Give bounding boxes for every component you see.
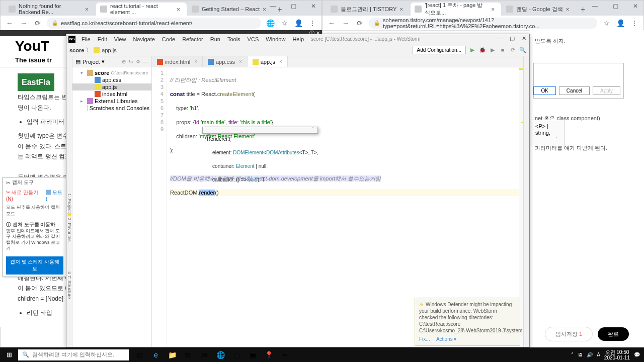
debug-icon[interactable]: 🐞 <box>479 47 486 54</box>
favorites-strip[interactable]: ⭐ 2: Favorites <box>66 211 72 242</box>
tab-3[interactable]: Getting Started – React× <box>188 3 273 16</box>
mode-button[interactable]: ▦ 모드( <box>46 189 63 202</box>
back-button[interactable]: ← <box>5 19 15 27</box>
terminal-icon[interactable]: ▢ <box>228 347 245 362</box>
new-tab-button[interactable]: + <box>577 4 589 16</box>
notifications-icon[interactable]: 💬 <box>634 352 640 357</box>
editor-tab-js[interactable]: app.js× <box>248 56 288 67</box>
taskbar-search[interactable]: 🔍 검색하려면 여기에 입력하십시오. <box>18 349 129 360</box>
url-field[interactable]: 🔒soheemon.tistory.com/manage/newpost/141… <box>369 18 597 29</box>
pin-icon[interactable]: 📍 <box>261 347 277 362</box>
settings-icon[interactable]: ⊕ <box>122 59 126 64</box>
structure-strip[interactable]: ≡ 7: Structure <box>66 272 72 299</box>
coverage-icon[interactable]: ▶ <box>489 47 496 54</box>
editor-tab-html[interactable]: index.html× <box>152 56 203 67</box>
reload-button[interactable]: ⟳ <box>33 19 43 27</box>
actions-link[interactable]: Actions ▾ <box>436 336 457 342</box>
explorer-icon[interactable]: 📁 <box>164 347 180 362</box>
gear-icon[interactable]: ⚙ <box>136 59 140 64</box>
close-icon[interactable]: × <box>85 6 91 12</box>
publish-button[interactable]: 완료 <box>598 327 629 341</box>
menu-edit[interactable]: Edit <box>95 35 110 43</box>
edge-icon[interactable]: e <box>148 347 164 362</box>
maximize-button[interactable]: ▢ <box>609 3 621 10</box>
menu-icon[interactable]: ⋮ <box>307 19 317 27</box>
profile-icon[interactable]: 👤 <box>293 19 303 27</box>
try-snip-button[interactable]: 캡처 및 스케치 사용해 보 <box>6 256 63 275</box>
start-button[interactable]: ⊞ <box>0 347 18 362</box>
minimize-button[interactable]: — <box>589 3 601 10</box>
menu-vcs[interactable]: VCS <box>245 35 262 43</box>
completion-popup[interactable]: Renderer.( element: DOMElement<DOMAttrib… <box>202 127 318 134</box>
star-icon[interactable]: ☆ <box>601 19 611 27</box>
maximize-button[interactable]: ▢ <box>287 3 299 10</box>
clock[interactable]: 오전 10:50 2020-01-11 <box>604 349 630 360</box>
back-button[interactable]: ← <box>327 19 337 27</box>
update-icon[interactable]: ⟳ <box>509 47 516 54</box>
more-icon[interactable]: ⋮ <box>310 126 315 132</box>
star-icon[interactable]: ☆ <box>279 19 289 27</box>
ok-button[interactable]: OK <box>533 86 555 95</box>
store-icon[interactable]: 🛍 <box>180 347 196 362</box>
menu-code[interactable]: Code <box>159 35 178 43</box>
task-view-icon[interactable]: ⊡ <box>132 347 148 362</box>
editor-tab-css[interactable]: app.css× <box>203 56 248 67</box>
tray-up-icon[interactable]: ˄ <box>571 352 574 357</box>
temp-save-button[interactable]: 임시저장 1 <box>545 327 593 341</box>
close-button[interactable]: ✕ <box>307 3 319 10</box>
menu-file[interactable]: File <box>78 35 94 43</box>
fix-link[interactable]: Fix... <box>419 336 430 342</box>
tree-file-html[interactable]: index.html <box>72 90 151 98</box>
hide-icon[interactable]: — <box>143 59 148 64</box>
menu-view[interactable]: View <box>111 35 129 43</box>
forward-button[interactable]: → <box>19 19 29 27</box>
tab-2-active[interactable]: '[react] 1 주차 - page 방식으로...× <box>411 3 501 16</box>
reload-button[interactable]: ⟳ <box>355 19 365 27</box>
mail-icon[interactable]: ✉ <box>196 347 212 362</box>
close-icon[interactable]: × <box>566 6 572 12</box>
menu-tools[interactable]: Tools <box>224 35 244 43</box>
menu-window[interactable]: Window <box>263 35 288 43</box>
tab-2-active[interactable]: react tutorial - react element ...× <box>96 3 187 16</box>
close-button[interactable]: ✕ <box>522 35 526 42</box>
menu-refactor[interactable]: Refactor <box>179 35 206 43</box>
tree-file-js[interactable]: app.js <box>72 83 151 90</box>
close-icon[interactable]: × <box>491 6 497 12</box>
url-field[interactable]: 🔒eastflag.co.kr/react/scoreboard-tutoria… <box>47 18 261 29</box>
close-icon[interactable]: × <box>177 6 183 12</box>
search-icon[interactable]: 🔍 <box>519 47 526 54</box>
translate-icon[interactable]: 🌐 <box>265 19 275 27</box>
breadcrumb[interactable]: score 〉 app.js <box>69 46 117 54</box>
tree-scratches[interactable]: Scratches and Consoles <box>72 105 151 112</box>
tree-file-css[interactable]: app.css <box>72 76 151 83</box>
close-button[interactable]: ✕ <box>629 3 641 10</box>
menu-help[interactable]: Help <box>289 35 307 43</box>
collapse-icon[interactable]: ⇆ <box>129 59 133 64</box>
tree-external-libraries[interactable]: ▸External Libraries <box>72 98 151 105</box>
stop-icon[interactable]: ■ <box>499 47 506 54</box>
run-icon[interactable]: ▶ <box>469 47 476 54</box>
tab-1[interactable]: 블로그관리 | TISTORY× <box>327 3 410 16</box>
webstorm-icon[interactable]: ▣ <box>245 347 261 362</box>
minimize-button[interactable]: — <box>267 3 279 10</box>
menu-run[interactable]: Run <box>207 35 223 43</box>
left-tool-strip[interactable]: 1: Project <box>66 56 72 347</box>
right-tool-strip[interactable] <box>523 56 529 347</box>
menu-icon[interactable]: ⋮ <box>629 19 639 27</box>
ime-icon[interactable]: A <box>597 352 600 357</box>
minimize-button[interactable]: — <box>497 35 503 42</box>
add-configuration-button[interactable]: Add Configuration... <box>413 46 466 54</box>
chrome-icon[interactable]: 🌐 <box>212 347 228 362</box>
network-icon[interactable]: 🖥 <box>578 352 583 357</box>
maximize-button[interactable]: ▢ <box>510 35 515 42</box>
tab-1[interactable]: Nothing found for Backend Re...× <box>5 3 95 16</box>
apply-button[interactable]: Apply <box>593 86 620 95</box>
cancel-button[interactable]: Cancel <box>559 86 590 95</box>
new-snip-button[interactable]: ✂ 새로 만들기(N) <box>6 189 44 202</box>
forward-button[interactable]: → <box>341 19 351 27</box>
close-icon[interactable]: × <box>399 6 406 12</box>
menu-navigate[interactable]: Navigate <box>130 35 157 43</box>
sound-icon[interactable]: 🔊 <box>587 352 593 357</box>
snip-icon[interactable]: ✂ <box>277 347 293 362</box>
profile-icon[interactable]: 👤 <box>615 19 625 27</box>
